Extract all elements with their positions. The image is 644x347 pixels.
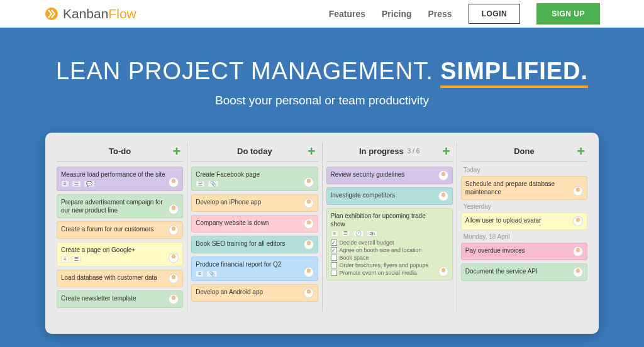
nav-press[interactable]: Press xyxy=(428,9,452,19)
meta-badge: ≡ xyxy=(61,180,69,187)
meta-badge: ≡ xyxy=(61,256,69,263)
subtask[interactable]: Order brochures, flyers and popups xyxy=(331,262,436,269)
task-card[interactable]: Produce financial report for Q2≡📎 xyxy=(191,256,318,281)
avatar xyxy=(169,204,179,214)
column: To-do+Measure load performance of the si… xyxy=(53,143,187,311)
task-card[interactable]: Develop an iPhone app xyxy=(191,194,318,212)
avatar xyxy=(438,267,448,277)
column: Do today+Create Facebook page☰📎Develop a… xyxy=(187,143,322,311)
subtask-label: Book space xyxy=(340,255,369,261)
task-card[interactable]: Create Facebook page☰📎 xyxy=(191,167,318,191)
task-card[interactable]: Document the service API xyxy=(461,263,587,281)
column-count: 3 / 6 xyxy=(408,148,419,155)
meta-badge: ☰ xyxy=(72,256,81,263)
subtask[interactable]: Promote event on social media xyxy=(331,269,436,277)
subtask[interactable]: Book space xyxy=(331,254,436,262)
checkbox-icon[interactable] xyxy=(331,255,337,261)
card-title: Create a forum for our customers xyxy=(61,225,166,233)
task-card[interactable]: Investigate competitors xyxy=(326,187,453,205)
task-card[interactable]: Plan exhibition for upcoming trade show≡… xyxy=(326,208,453,280)
hero: LEAN PROJECT MANAGEMENT. SIMPLIFIED. Boo… xyxy=(0,28,644,347)
task-card[interactable]: Book SEO training for all editors xyxy=(191,236,318,253)
card-meta: ≡📎 xyxy=(196,270,301,277)
card-title: Produce financial report for Q2 xyxy=(196,260,301,268)
card-title: Schedule and prepare database maintenanc… xyxy=(465,180,570,196)
card-title: Investigate competitors xyxy=(331,191,436,199)
card-title: Pay overdue invoices xyxy=(465,246,570,255)
logo-text-1: Kanban xyxy=(63,6,108,21)
top-nav: KanbanFlow Features Pricing Press LOGIN … xyxy=(0,0,644,28)
column: In progress3 / 6+Review security guideli… xyxy=(323,143,457,311)
date-label: Yesterday xyxy=(464,203,587,210)
card-title: Plan exhibition for upcoming trade show xyxy=(331,212,436,228)
checkbox-icon[interactable] xyxy=(331,247,337,253)
task-card[interactable]: Measure load performance of the site≡☰💬 xyxy=(57,167,183,191)
logo[interactable]: KanbanFlow xyxy=(44,6,136,21)
avatar xyxy=(304,288,314,298)
task-card[interactable]: Create a forum for our customers xyxy=(57,221,183,239)
task-card[interactable]: Load database with customer data xyxy=(57,270,183,287)
task-card[interactable]: Create a page on Google+≡☰ xyxy=(57,242,183,267)
checkbox-icon[interactable] xyxy=(331,270,337,276)
meta-badge: ☰ xyxy=(72,180,81,187)
card-title: Create a page on Google+ xyxy=(61,246,166,254)
meta-badge: ☰ xyxy=(341,230,350,237)
card-title: Allow user to upload avatar xyxy=(465,216,570,224)
card-title: Book SEO training for all editors xyxy=(196,240,301,248)
avatar xyxy=(573,267,583,277)
add-card-button[interactable]: + xyxy=(577,143,585,160)
checkbox-icon[interactable] xyxy=(331,262,337,268)
avatar xyxy=(304,219,314,229)
nav-features[interactable]: Features xyxy=(329,9,365,19)
task-card[interactable]: Pay overdue invoices xyxy=(461,243,587,260)
avatar xyxy=(304,177,314,187)
avatar xyxy=(304,267,314,277)
meta-badge: 📎 xyxy=(206,270,218,277)
meta-badge: ≡ xyxy=(196,270,204,277)
avatar xyxy=(573,246,583,256)
task-card[interactable]: Schedule and prepare database maintenanc… xyxy=(461,176,587,200)
signup-button[interactable]: SIGN UP xyxy=(536,3,600,25)
avatar xyxy=(438,191,448,201)
meta-badge: 💬 xyxy=(84,180,95,187)
nav-pricing[interactable]: Pricing xyxy=(382,9,411,19)
avatar xyxy=(573,186,583,196)
add-card-button[interactable]: + xyxy=(172,143,180,160)
subtask[interactable]: Agree on booth size and location xyxy=(331,246,436,254)
column-title: To-do xyxy=(109,146,131,156)
card-meta: ☰📎 xyxy=(196,180,301,187)
card-title: Measure load performance of the site xyxy=(61,170,166,179)
card-title: Document the service API xyxy=(465,267,570,275)
avatar xyxy=(169,273,179,284)
hero-title-pre: LEAN PROJECT MANAGEMENT. xyxy=(56,58,440,84)
add-card-button[interactable]: + xyxy=(308,143,316,160)
column-title: In progress xyxy=(359,146,404,156)
avatar xyxy=(573,216,583,226)
meta-badge: 🕐 xyxy=(353,230,364,237)
hero-subtitle: Boost your personal or team productivity xyxy=(0,94,644,107)
meta-badge: 2h xyxy=(367,230,377,237)
task-card[interactable]: Review security guidelines xyxy=(326,167,453,184)
task-card[interactable]: Allow user to upload avatar xyxy=(461,212,587,230)
column: Done+TodaySchedule and prepare database … xyxy=(457,143,591,311)
card-title: Review security guidelines xyxy=(331,170,436,179)
card-meta: ≡☰ xyxy=(61,256,166,263)
subtask-label: Agree on booth size and location xyxy=(340,247,422,253)
checkbox-icon[interactable] xyxy=(331,240,337,246)
task-card[interactable]: Create newsletter template xyxy=(57,290,183,308)
task-card[interactable]: Prepare advertisement campaign for our n… xyxy=(57,194,183,218)
subtask[interactable]: Decide overall budget xyxy=(331,239,436,246)
meta-badge: 📎 xyxy=(208,180,219,187)
logo-text-2: Flow xyxy=(108,6,136,21)
meta-badge: ☰ xyxy=(196,180,205,187)
login-button[interactable]: LOGIN xyxy=(469,4,521,24)
card-title: Create Facebook page xyxy=(196,170,301,179)
card-meta: ≡☰💬 xyxy=(61,180,166,187)
column-header: To-do+ xyxy=(57,143,183,162)
add-card-button[interactable]: + xyxy=(442,143,450,160)
column-title: Done xyxy=(514,146,535,156)
avatar xyxy=(169,177,179,187)
date-label: Today xyxy=(464,167,587,174)
task-card[interactable]: Company website is down xyxy=(191,215,318,233)
task-card[interactable]: Develop an Android app xyxy=(191,284,318,302)
